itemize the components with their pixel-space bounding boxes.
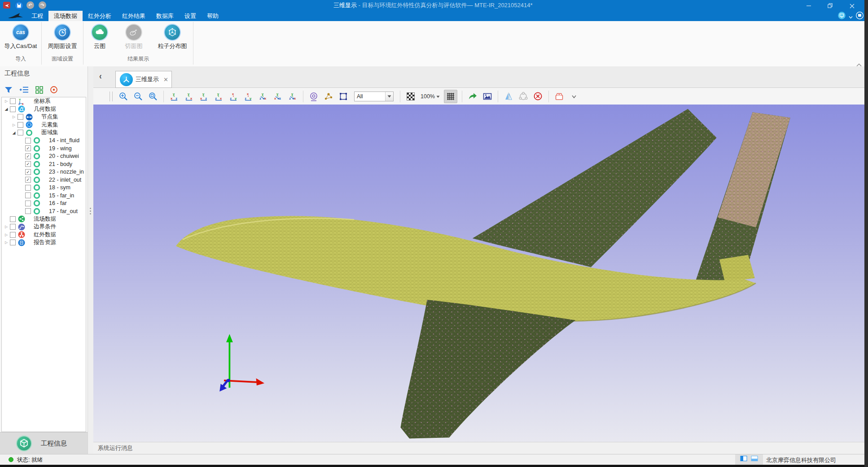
app-launch-icon[interactable] bbox=[3, 2, 10, 9]
menu-tab-engineering[interactable]: 工程 bbox=[26, 11, 48, 21]
panel-splitter[interactable] bbox=[88, 66, 93, 454]
sync-icon[interactable] bbox=[517, 91, 529, 102]
view-iso-ne-icon[interactable]: yzx bbox=[257, 91, 269, 102]
tree-row[interactable]: ✓19 - wing bbox=[2, 144, 86, 153]
tree-row[interactable]: ✓21 - body bbox=[2, 160, 86, 168]
restore-button[interactable] bbox=[825, 3, 835, 9]
menu-tab-help[interactable]: 帮助 bbox=[202, 11, 224, 21]
list-jump-icon[interactable] bbox=[19, 85, 29, 94]
tree-checkbox[interactable] bbox=[10, 232, 16, 238]
locate-target-icon[interactable] bbox=[49, 85, 58, 94]
tree-row[interactable]: 18 - sym bbox=[2, 184, 86, 192]
tab-close-icon[interactable]: ✕ bbox=[163, 76, 168, 83]
tree-checkbox[interactable] bbox=[10, 216, 16, 222]
dither-icon[interactable] bbox=[405, 91, 416, 102]
mirror-icon[interactable] bbox=[503, 91, 514, 102]
export-icon[interactable] bbox=[467, 91, 478, 102]
menu-tab-flowfield-data[interactable]: 流场数据 bbox=[48, 11, 83, 21]
tree-row[interactable]: 17 - far_out bbox=[2, 207, 86, 215]
tree-row[interactable]: ▷边界条件 bbox=[2, 223, 86, 231]
tree-checkbox[interactable] bbox=[18, 114, 23, 120]
display-filter-combo[interactable]: All bbox=[354, 92, 394, 101]
expand-arrow-icon[interactable]: ◢ bbox=[11, 131, 17, 135]
tree-checkbox[interactable] bbox=[25, 138, 31, 144]
view-left-icon[interactable]: yxz bbox=[198, 91, 210, 102]
tree-checkbox[interactable] bbox=[25, 192, 31, 198]
ribbon-button-clock[interactable]: 周期面设置 bbox=[42, 25, 83, 50]
expand-arrow-icon[interactable]: ▷ bbox=[4, 99, 9, 103]
tree-row[interactable]: 流场数据 bbox=[2, 215, 86, 223]
tree-checkbox[interactable]: ✓ bbox=[25, 169, 31, 175]
panel-footer-bar[interactable]: 工程信息 bbox=[0, 432, 88, 454]
zoom-out-icon[interactable] bbox=[132, 91, 144, 102]
tree-row[interactable]: ▷节点集 bbox=[2, 113, 86, 121]
tree-checkbox[interactable]: ✓ bbox=[25, 161, 31, 167]
tree-checkbox[interactable] bbox=[25, 185, 31, 191]
tree-checkbox[interactable] bbox=[10, 98, 16, 104]
ribbon-button-cloud[interactable]: 云图 bbox=[83, 25, 116, 50]
filter-icon[interactable] bbox=[4, 85, 13, 94]
tree-row[interactable]: 14 - int_fluid bbox=[2, 137, 86, 145]
minimize-button[interactable] bbox=[804, 3, 814, 9]
snapshot-icon[interactable] bbox=[482, 91, 493, 102]
particle-trace-icon[interactable] bbox=[323, 91, 334, 102]
view-front-icon[interactable]: yxz bbox=[168, 91, 180, 102]
layout-left-panel-icon[interactable] bbox=[740, 455, 747, 464]
layout-bottom-panel-icon[interactable] bbox=[751, 455, 758, 464]
theme-caret-icon[interactable] bbox=[849, 13, 853, 21]
tree-checkbox[interactable] bbox=[18, 122, 23, 128]
expand-arrow-icon[interactable]: ▷ bbox=[4, 225, 9, 229]
tree-row[interactable]: ◢几何数据 bbox=[2, 105, 86, 113]
tab-scroll-left-button[interactable]: ‹ bbox=[99, 71, 102, 82]
box-select-icon[interactable] bbox=[338, 91, 349, 102]
view-iso-se-icon[interactable]: yzx bbox=[287, 91, 298, 102]
tree-checkbox[interactable]: ✓ bbox=[25, 153, 31, 159]
save-icon[interactable] bbox=[15, 1, 23, 10]
tree-checkbox[interactable] bbox=[10, 224, 16, 230]
tree-row[interactable]: 15 - far_in bbox=[2, 192, 86, 200]
grid-view-icon[interactable] bbox=[35, 86, 44, 94]
menu-tab-database[interactable]: 数据库 bbox=[151, 11, 179, 21]
archive-icon[interactable] bbox=[553, 91, 565, 102]
undo-icon[interactable]: ↶ bbox=[26, 1, 34, 9]
zoom-level-combo[interactable]: 100% bbox=[421, 93, 440, 100]
zoom-in-icon[interactable] bbox=[118, 91, 129, 102]
tree-row[interactable]: ✓20 - chuiwei bbox=[2, 153, 86, 161]
expand-arrow-icon[interactable]: ▷ bbox=[11, 115, 17, 119]
view-top-icon[interactable]: xzy bbox=[228, 91, 239, 102]
tree-row[interactable]: ▷红外数据 bbox=[2, 231, 86, 239]
view-right-icon[interactable]: yzx bbox=[213, 91, 224, 102]
tree-row[interactable]: ▷元素集 bbox=[2, 121, 86, 129]
expand-arrow-icon[interactable]: ▷ bbox=[4, 233, 9, 237]
combo-dropdown-icon[interactable] bbox=[385, 92, 393, 101]
tree-checkbox[interactable]: ✓ bbox=[25, 145, 31, 151]
tree-row[interactable]: ▷报告资源 bbox=[2, 239, 86, 247]
theme-icon[interactable] bbox=[838, 12, 846, 21]
clear-icon[interactable] bbox=[532, 91, 544, 102]
tree-row[interactable]: ▷Yzx坐标系 bbox=[2, 97, 86, 105]
redo-icon[interactable]: ↷ bbox=[39, 1, 46, 9]
tree-checkbox[interactable] bbox=[10, 106, 16, 112]
menu-tab-infrared-analysis[interactable]: 红外分析 bbox=[83, 11, 117, 21]
tree-row[interactable]: ◢面域集 bbox=[2, 129, 86, 137]
tree-checkbox[interactable] bbox=[25, 201, 31, 206]
tree-row[interactable]: ✓23 - nozzle_in bbox=[2, 168, 86, 176]
tree-row[interactable]: 16 - far bbox=[2, 200, 86, 208]
expand-arrow-icon[interactable]: ◢ bbox=[4, 107, 9, 111]
close-button[interactable] bbox=[847, 3, 857, 9]
probe-icon[interactable] bbox=[308, 91, 320, 102]
expand-arrow-icon[interactable]: ▷ bbox=[4, 240, 9, 244]
menu-tab-settings[interactable]: 设置 bbox=[179, 11, 202, 21]
viewport-3d[interactable] bbox=[93, 105, 864, 442]
tree-checkbox[interactable] bbox=[25, 208, 31, 214]
toolbar-drag-handle[interactable] bbox=[110, 92, 113, 101]
tree-checkbox[interactable] bbox=[10, 240, 16, 245]
view-back-icon[interactable]: yzx bbox=[183, 91, 195, 102]
ribbon-button-particle[interactable]: 粒子分布图 bbox=[152, 25, 193, 50]
grid-toggle-icon[interactable] bbox=[444, 90, 457, 103]
ribbon-button-cas[interactable]: cas导入Cas/Dat bbox=[0, 25, 41, 50]
zoom-extents-icon[interactable] bbox=[147, 91, 159, 102]
view-bottom-icon[interactable]: xzy bbox=[242, 91, 254, 102]
menu-tab-infrared-results[interactable]: 红外结果 bbox=[117, 11, 151, 21]
view-iso-nw-icon[interactable]: yxz bbox=[272, 91, 284, 102]
